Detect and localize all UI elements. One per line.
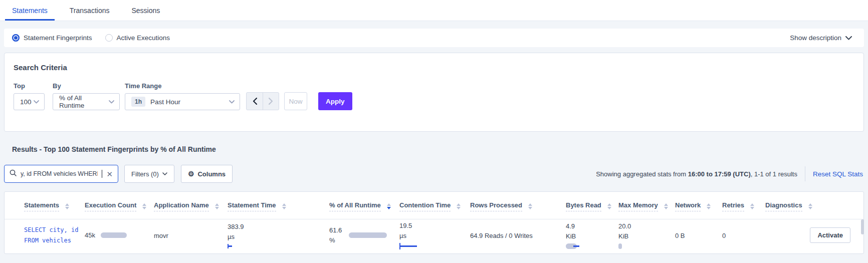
tab-sessions[interactable]: Sessions	[124, 0, 167, 21]
contention-time-cell: 19.5 µs	[399, 221, 470, 249]
sort-icon	[282, 203, 286, 209]
top-select-value: 100	[20, 98, 32, 106]
chevron-down-icon	[34, 100, 39, 104]
sort-icon	[750, 203, 754, 209]
radio-selected-icon	[12, 34, 20, 42]
sort-icon	[664, 203, 668, 209]
radio-statement-fingerprints[interactable]: Statement Fingerprints	[12, 34, 92, 42]
search-criteria-panel: Search Criteria Top 100 By % of All Runt…	[4, 53, 864, 132]
runtime-percent-bar	[349, 232, 387, 238]
tab-transactions[interactable]: Transactions	[63, 0, 117, 21]
results-toolbar: y, id FROM vehicles WHERE city = $1 ✕ Fi…	[4, 165, 864, 183]
chevron-down-icon	[109, 100, 114, 104]
column-header-contention-time[interactable]: Contention Time	[399, 201, 470, 211]
max-memory-cell: 20.0 KiB	[618, 221, 675, 249]
column-header-max-memory[interactable]: Max Memory	[618, 201, 675, 211]
clear-search-icon[interactable]: ✕	[106, 170, 113, 178]
radio-label: Active Executions	[117, 34, 170, 42]
prev-time-button[interactable]	[247, 93, 263, 110]
chevron-down-icon	[845, 36, 852, 40]
text-cursor	[102, 170, 103, 178]
columns-label: Columns	[197, 170, 226, 178]
max-memory-bar	[618, 243, 675, 249]
by-label: By	[53, 82, 120, 90]
statement-search-input[interactable]: y, id FROM vehicles WHERE city = $1 ✕	[4, 165, 118, 183]
rows-processed-cell: 64.9 Reads / 0 Writes	[470, 231, 566, 240]
column-header-rows-processed[interactable]: Rows Processed	[470, 201, 566, 211]
application-name-cell: movr	[154, 231, 228, 240]
execution-count-cell: 45k	[85, 231, 154, 239]
column-header-execution-count[interactable]: Execution Count	[85, 201, 154, 211]
radio-unselected-icon	[105, 34, 113, 42]
filters-label: Filters (0)	[131, 170, 159, 178]
vertical-scrollbar-thumb[interactable]	[861, 219, 864, 234]
show-description-label: Show description	[790, 34, 841, 42]
chevron-down-icon	[162, 172, 167, 175]
network-cell: 0 B	[675, 231, 722, 240]
column-header-bytes-read[interactable]: Bytes Read	[566, 201, 618, 211]
search-input-value: y, id FROM vehicles WHERE city = $1	[21, 170, 98, 177]
top-label: Top	[14, 82, 45, 90]
aggregated-stats-text: Showing aggregated stats from 16:00 to 1…	[596, 170, 797, 178]
statement-time-bar	[228, 244, 329, 248]
sort-icon	[65, 203, 69, 209]
statement-time-cell: 383.9 µs	[228, 222, 329, 248]
by-select-value: % of All Runtime	[59, 94, 109, 109]
radio-active-executions[interactable]: Active Executions	[105, 34, 170, 42]
next-time-button[interactable]	[263, 93, 279, 110]
apply-button[interactable]: Apply	[318, 92, 352, 110]
column-header-percent-runtime[interactable]: % of All Runtime	[329, 201, 399, 211]
time-range-pager	[246, 92, 279, 110]
chevron-right-icon	[269, 98, 273, 105]
execution-count-bar	[101, 232, 127, 238]
sort-icon	[607, 203, 611, 209]
by-select[interactable]: % of All Runtime	[53, 93, 120, 110]
statements-table: Statements Execution Count Application N…	[4, 191, 864, 254]
column-header-network[interactable]: Network	[675, 201, 722, 211]
diagnostics-cell: Activate	[765, 227, 859, 243]
sort-icon	[808, 203, 812, 209]
bytes-read-cell: 4.9 KiB	[566, 221, 618, 249]
sort-icon	[142, 203, 146, 209]
columns-button[interactable]: ⚙ Columns	[181, 165, 233, 183]
retries-cell: 0	[722, 231, 765, 240]
radio-label: Statement Fingerprints	[24, 34, 92, 42]
gear-icon: ⚙	[188, 170, 194, 178]
view-toggle-bar: Statement Fingerprints Active Executions…	[4, 29, 864, 47]
search-icon	[10, 169, 17, 178]
activate-diagnostics-button[interactable]: Activate	[810, 227, 850, 243]
column-header-statements[interactable]: Statements	[24, 201, 85, 211]
sort-icon	[215, 203, 219, 209]
time-range-label: Time Range	[125, 82, 240, 90]
reset-sql-stats-link[interactable]: Reset SQL Stats	[813, 170, 864, 178]
time-range-badge: 1h	[131, 97, 145, 107]
filters-button[interactable]: Filters (0)	[124, 165, 174, 183]
stats-time-range: 16:00 to 17:59 (UTC)	[688, 170, 751, 178]
column-header-retries[interactable]: Retries	[722, 201, 765, 211]
column-header-diagnostics[interactable]: Diagnostics	[765, 201, 859, 211]
sort-icon-descending	[387, 203, 391, 209]
table-row: SELECT city, id FROM vehicles 45k movr 3…	[5, 219, 863, 251]
top-nav: Statements Transactions Sessions	[0, 0, 868, 21]
search-criteria-title: Search Criteria	[14, 63, 854, 72]
top-select[interactable]: 100	[14, 93, 45, 110]
chevron-left-icon	[253, 98, 257, 105]
results-heading: Results - Top 100 Statement Fingerprints…	[12, 145, 868, 153]
bytes-read-bar	[566, 243, 583, 249]
statement-fingerprint-link[interactable]: SELECT city, id FROM vehicles	[24, 225, 85, 246]
now-button[interactable]: Now	[284, 92, 307, 110]
divider	[805, 166, 805, 181]
time-range-select[interactable]: 1h Past Hour	[125, 93, 240, 110]
sort-icon	[457, 203, 461, 209]
column-header-application-name[interactable]: Application Name	[154, 201, 228, 211]
table-header-row: Statements Execution Count Application N…	[5, 192, 863, 219]
sort-icon	[528, 203, 532, 209]
show-description-toggle[interactable]: Show description	[790, 34, 856, 42]
chevron-down-icon	[229, 100, 235, 104]
runtime-percent-cell: 61.6 %	[329, 225, 399, 245]
column-header-statement-time[interactable]: Statement Time	[228, 201, 329, 211]
tab-statements[interactable]: Statements	[5, 0, 55, 21]
sort-icon	[707, 203, 711, 209]
contention-time-bar	[399, 243, 470, 249]
time-range-value: Past Hour	[150, 98, 180, 106]
